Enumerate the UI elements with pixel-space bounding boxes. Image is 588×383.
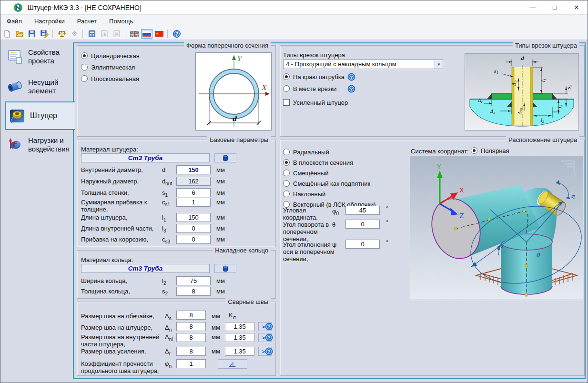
svg-text:?: ? [268, 335, 271, 340]
param-label: Толщина кольца, [81, 288, 161, 295]
radio-polar[interactable]: Полярная [471, 147, 509, 154]
k-sigma-nozzle-field[interactable]: 1,35 [225, 322, 254, 331]
param-label: Угловая координата, [283, 207, 331, 221]
sidebar-item-loads[interactable]: F Нагрузки ивоздействия [7, 136, 72, 153]
group-nozzle-location: Расположение штуцера Радиальный В плоско… [280, 140, 585, 376]
menu-settings[interactable]: Настройки [28, 15, 71, 28]
chevron-down-icon[interactable]: ▾ [435, 60, 443, 69]
material-cylinder-icon [221, 265, 230, 272]
sidebar-item-nozzle[interactable]: Штуцер [5, 101, 75, 130]
document-report-button[interactable] [111, 29, 122, 39]
rotation-angle-field[interactable]: 0 [345, 220, 380, 229]
nozzle-type-diagram: d s1 Δn l1 s2 Δr Δs Δni l3 l2 [465, 53, 579, 131]
radio-at-pipe-edge[interactable]: На краю патрубка [283, 73, 345, 81]
wall-thickness-field[interactable]: 6 [176, 188, 211, 197]
radio-inclined[interactable]: Наклонный [283, 191, 325, 198]
material-db-button[interactable] [214, 264, 236, 273]
weld-inner-part-field[interactable]: 8 [176, 333, 206, 342]
help-icon[interactable]: ? [265, 347, 273, 355]
corrosion-allowance-field[interactable]: 0 [176, 235, 211, 244]
param-label: Суммарная прибавка к толщине, [81, 199, 155, 213]
y-axis-label: Y [436, 163, 441, 171]
lang-chinese-flag[interactable]: ★ [153, 29, 165, 39]
help-icon[interactable]: ? [265, 323, 273, 331]
sidebar-item-project-properties[interactable]: Свойствапроекта [7, 48, 72, 65]
k-sigma-reinforce-field[interactable]: 1,35 [225, 347, 254, 356]
nozzle-material-label: Материал штуцера: [81, 146, 138, 153]
radio-offset-as-support[interactable]: Смещённый как подпятник [283, 180, 370, 187]
axis-deviation-angle-field[interactable]: 0 [345, 240, 380, 249]
open-file-button[interactable] [14, 29, 25, 39]
ring-material-value[interactable]: Ст3 Труба [81, 264, 210, 273]
menu-calc[interactable]: Расчет [71, 15, 103, 28]
inner-part-length-field[interactable]: 0 [176, 224, 211, 233]
radio-radial[interactable]: Радиальный [283, 149, 329, 156]
param-label: Коэффициент прочности продольного шва шт… [81, 360, 162, 374]
sidebar-item-bearing-element[interactable]: Несущийэлемент [7, 78, 72, 95]
toolbar-separator [82, 30, 83, 38]
param-label: Длина внутренней части, [81, 225, 161, 232]
param-label: Угол отклонения оси в поперечном сечении… [283, 241, 336, 262]
nozzle-length-field[interactable]: 150 [176, 213, 211, 222]
help-icon[interactable]: ? [347, 73, 355, 81]
dropdown-value: 4 - Проходящий с накладным кольцом [284, 60, 435, 69]
new-file-button[interactable] [1, 29, 13, 39]
nozzle-icon [9, 108, 25, 124]
ring-thickness-field[interactable]: 8 [176, 287, 211, 296]
minimize-button[interactable]: — [522, 0, 544, 14]
param-label: Размер шва на штуцере, [81, 324, 162, 331]
radio-flat-oval[interactable]: Плоскоовальная [81, 75, 139, 82]
param-label: Внутренний диаметр, [81, 166, 161, 173]
param-label: Размер шва усиления, [81, 348, 162, 355]
inner-diameter-field[interactable]: 150 [176, 165, 211, 174]
settings-gears-button[interactable]: ⚙ [69, 29, 80, 39]
group-pad-ring: Накладное кольцо Материал кольца: Ст3 Тр… [77, 250, 276, 299]
radio-elliptical[interactable]: Эллиптическая [81, 64, 135, 71]
radio-at-insertion-place[interactable]: В месте врезки [283, 85, 337, 92]
units-balance-button[interactable] [56, 29, 68, 39]
thickness-allowance-field[interactable]: 1 [176, 198, 211, 207]
param-label: Прибавка на коррозию, [81, 236, 161, 243]
radio-in-section-plane[interactable]: В плоскости сечения [283, 159, 353, 166]
nozzle-material-value[interactable]: Ст3 Труба [81, 153, 210, 162]
group-cross-section-shape: Форма поперечного сечения Цилиндрическая… [77, 45, 276, 137]
material-cylinder-icon [221, 154, 230, 162]
help-icon[interactable]: ? [265, 333, 273, 342]
lang-english-flag[interactable] [129, 29, 140, 39]
save-as-button[interactable] [39, 29, 50, 39]
param-label: Наружный диаметр, [81, 178, 161, 185]
menu-help[interactable]: Помощь [103, 15, 139, 28]
weld-symbol-button[interactable] [218, 359, 247, 369]
calculator-button[interactable] [86, 29, 98, 39]
weld-strength-factor-field[interactable]: 1 [176, 359, 206, 368]
group-title: Базовые параметры [207, 136, 271, 143]
param-label: Длина штуцера, [81, 214, 161, 221]
radio-cylindrical[interactable]: Цилиндрическая [81, 52, 140, 60]
nozzle-type-dropdown[interactable]: 4 - Проходящий с накладным кольцом ▾ [283, 60, 443, 69]
close-button[interactable]: ✕ [566, 0, 588, 14]
weld-shell-field[interactable]: 8 [176, 311, 206, 320]
nozzle-location-3d-view[interactable]: θ ψ φ0 Y X [410, 156, 583, 300]
checkbox-reinforced-nozzle[interactable]: Усиленный штуцер [283, 99, 348, 106]
angular-coordinate-field[interactable]: 45 [345, 206, 380, 215]
loads-icon: F [7, 137, 23, 153]
param-label: Угол поворота в поперечном сечении, [283, 221, 333, 242]
save-button[interactable] [26, 29, 38, 39]
radio-offset[interactable]: Смещённый [283, 170, 328, 177]
menu-file[interactable]: Файл [0, 15, 28, 28]
maximize-button[interactable]: □ [544, 0, 566, 14]
help-icon[interactable]: ? [347, 85, 355, 93]
lang-russian-flag[interactable] [141, 29, 152, 39]
svg-text:F: F [13, 140, 18, 147]
weld-reinforce-field[interactable]: 8 [176, 347, 206, 356]
weld-nozzle-field[interactable]: 8 [176, 322, 206, 331]
outer-diameter-field: 162 [176, 177, 211, 186]
toolbar: ⚙ ★ ? [0, 28, 588, 40]
material-db-button[interactable] [214, 153, 236, 162]
ring-width-field[interactable]: 75 [176, 276, 211, 285]
report-button[interactable] [99, 29, 110, 39]
help-button[interactable]: ? [171, 29, 182, 39]
k-sigma-inner-field[interactable]: 1,35 [225, 333, 254, 342]
svg-text:?: ? [268, 349, 271, 354]
app-icon [13, 3, 23, 12]
